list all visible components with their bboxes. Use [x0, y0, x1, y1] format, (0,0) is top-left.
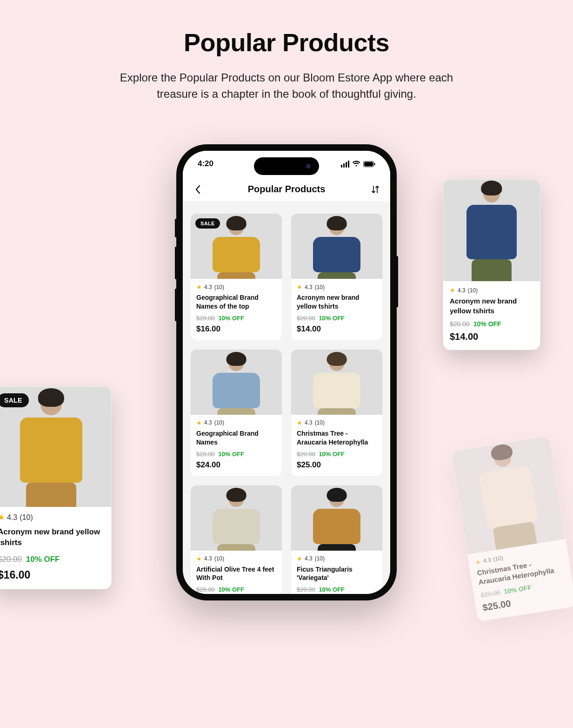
float-card-left[interactable]: SALE ★ 4.3 (10) Acronym new brand yellow… [0, 386, 112, 589]
price-line: $20.00 10% OFF [297, 315, 377, 322]
discount: 10% OFF [319, 451, 345, 458]
phone-frame: 4:20 Popular Products SALE [176, 144, 397, 600]
product-card[interactable]: ★ 4.3 (10) Ficus Triangularis 'Variegata… [291, 485, 383, 594]
price-line: $20.00 10% OFF [196, 451, 276, 458]
rating: ★ 4.3 (10) [297, 555, 377, 562]
product-card[interactable]: ★ 4.3 (10) Artificial Olive Tree 4 feet … [190, 485, 282, 594]
product-card[interactable]: ★ 4.3 (10) Acronym new brand yellow tshi… [291, 213, 383, 341]
price: $14.00 [297, 324, 377, 334]
star-icon: ★ [0, 512, 5, 522]
rating: ★ 4.3 (10) [450, 287, 533, 294]
rating: ★ 4.3 (10) [297, 283, 377, 290]
discount: 10% OFF [319, 586, 345, 593]
old-price: $20.00 [196, 315, 215, 322]
rating-count: (10) [315, 555, 325, 562]
status-icons [341, 161, 375, 168]
product-image [191, 350, 282, 415]
star-icon: ★ [297, 283, 302, 290]
discount: 10% OFF [503, 584, 532, 595]
product-name: Acronym new brand yellow tshirts [297, 293, 377, 311]
rating: ★ 4.3 (10) [196, 419, 276, 426]
discount: 10% OFF [473, 320, 501, 328]
price-line: $20.00 10% OFF [297, 586, 377, 593]
star-icon: ★ [196, 283, 202, 290]
battery-icon [363, 161, 375, 167]
discount: 10% OFF [218, 315, 244, 322]
rating-value: 4.3 [305, 419, 313, 426]
rating-count: (10) [468, 287, 478, 294]
rating: ★ 4.3 (10) [196, 283, 276, 290]
price-line: $20.00 10% OFF [196, 315, 276, 322]
rating: ★ 4.3 (10) [297, 419, 377, 426]
product-name: Ficus Triangularis 'Variegata' [297, 565, 377, 583]
rating-value: 4.3 [483, 557, 492, 564]
status-time: 4:20 [198, 159, 213, 169]
price-line: $20.00 10% OFF [297, 451, 377, 458]
rating-value: 4.3 [7, 513, 17, 522]
star-icon: ★ [450, 287, 455, 294]
rating-value: 4.3 [204, 284, 212, 290]
price-line: $20.00 10% OFF [196, 586, 276, 593]
price-line: $20.00 10% OFF [0, 555, 105, 564]
hero-subtitle: Explore the Popular Products on our Bloo… [105, 70, 468, 102]
old-price: $20.00 [297, 586, 315, 593]
old-price: $20.00 [297, 451, 315, 458]
navbar-title: Popular Products [248, 184, 326, 195]
old-price: $20.00 [0, 555, 22, 564]
svg-rect-1 [364, 162, 373, 166]
product-name: Artificial Olive Tree 4 feet With Pot [196, 565, 276, 583]
product-name: Geographical Brand Names of the top [196, 293, 276, 311]
float-card-top-right[interactable]: ★ 4.3 (10) Acronym new brand yellow tshi… [443, 179, 540, 350]
product-image: SALE [191, 214, 282, 279]
discount: 10% OFF [26, 555, 60, 564]
rating-count: (10) [214, 419, 224, 426]
rating-value: 4.3 [305, 284, 313, 290]
discount: 10% OFF [218, 586, 244, 593]
phone-screen: 4:20 Popular Products SALE [183, 151, 390, 594]
discount: 10% OFF [218, 451, 244, 458]
hero-title: Popular Products [0, 28, 573, 57]
rating-count: (10) [214, 555, 224, 562]
product-name: Geographical Brand Names [196, 429, 276, 447]
product-grid[interactable]: SALE ★ 4.3 (10) Geographical Brand Names… [183, 206, 390, 594]
price-line: $20.00 10% OFF [450, 320, 533, 328]
product-card[interactable]: ★ 4.3 (10) Christmas Tree - Araucaria He… [291, 349, 383, 477]
star-icon: ★ [475, 558, 481, 566]
svg-rect-2 [374, 163, 375, 165]
hero: Popular Products Explore the Popular Pro… [0, 0, 573, 102]
star-icon: ★ [196, 555, 202, 562]
discount: 10% OFF [319, 315, 345, 322]
rating-value: 4.3 [458, 287, 466, 294]
navbar: Popular Products [183, 177, 390, 202]
product-name: Christmas Tree - Araucaria Heterophylla [297, 429, 377, 447]
old-price: $20.00 [450, 320, 470, 328]
rating-value: 4.3 [204, 555, 212, 562]
back-button[interactable] [191, 183, 204, 196]
rating: ★ 4.3 (10) [0, 512, 105, 522]
star-icon: ★ [297, 555, 302, 562]
rating-value: 4.3 [204, 419, 212, 426]
product-card[interactable]: ★ 4.3 (10) Geographical Brand Names $20.… [190, 349, 282, 477]
rating-count: (10) [493, 555, 503, 563]
old-price: $20.00 [297, 315, 315, 322]
product-card[interactable]: SALE ★ 4.3 (10) Geographical Brand Names… [190, 213, 282, 341]
old-price: $20.00 [196, 586, 215, 593]
rating-count: (10) [315, 284, 325, 290]
rating: ★ 4.3 (10) [196, 555, 276, 562]
price: $16.00 [0, 569, 105, 581]
wifi-icon [352, 161, 360, 167]
rating-count: (10) [20, 513, 33, 522]
product-name: Acronym new brand yellow tshirts [0, 527, 105, 548]
star-icon: ★ [297, 419, 302, 426]
product-image [191, 485, 282, 551]
product-image [291, 485, 382, 551]
product-image [443, 180, 540, 281]
float-card-bottom-right[interactable]: ★ 4.3 (10) Christmas Tree - Araucaria He… [451, 435, 573, 622]
sort-button[interactable] [369, 183, 382, 196]
notch [254, 157, 319, 175]
old-price: $20.00 [196, 451, 215, 458]
price: $14.00 [450, 331, 533, 342]
old-price: $20.00 [480, 588, 501, 599]
rating-count: (10) [315, 419, 325, 426]
product-image [291, 350, 382, 415]
